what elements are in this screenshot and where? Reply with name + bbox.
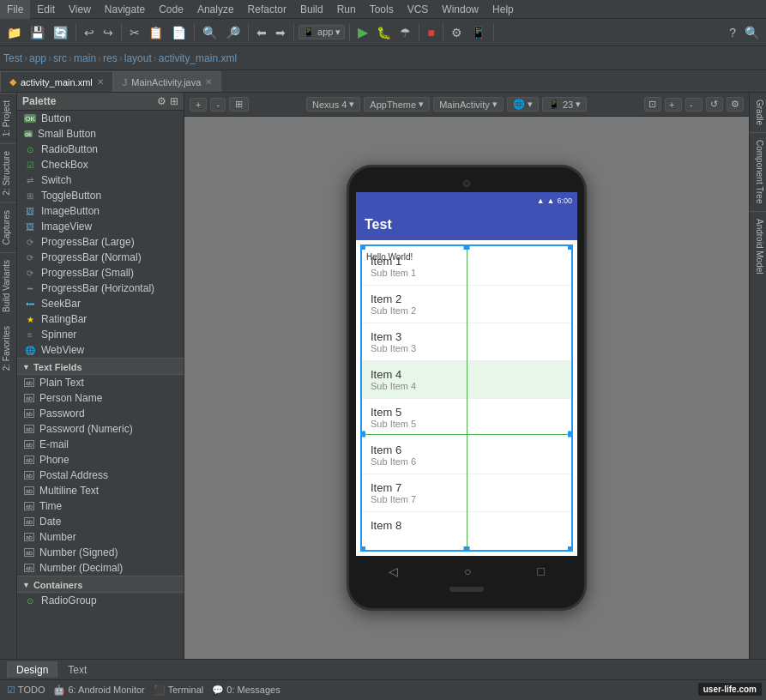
close-icon-java[interactable]: ✕ bbox=[205, 77, 212, 87]
palette-item-radiogroup[interactable]: ⊙ RadioGroup bbox=[17, 593, 184, 608]
menu-edit[interactable]: Edit bbox=[30, 0, 62, 19]
zoom-out-btn[interactable]: - bbox=[685, 98, 703, 112]
device-dropdown[interactable]: Nexus 4 ▾ bbox=[306, 97, 360, 112]
palette-item-progressbar-normal[interactable]: ⟳ ProgressBar (Normal) bbox=[17, 250, 184, 265]
palette-expand-icon[interactable]: ⊞ bbox=[170, 95, 178, 107]
palette-item-webview[interactable]: 🌐 WebView bbox=[17, 342, 184, 358]
toolbar-back[interactable]: ⬅ bbox=[253, 25, 270, 40]
toolbar-run[interactable]: ▶ bbox=[354, 24, 371, 41]
menu-file[interactable]: File bbox=[0, 0, 30, 19]
palette-item-radio[interactable]: ⊙ RadioButton bbox=[17, 142, 184, 157]
menu-run[interactable]: Run bbox=[330, 0, 363, 19]
menu-help[interactable]: Help bbox=[486, 0, 521, 19]
palette-item-time[interactable]: ab Time bbox=[17, 498, 184, 514]
captures-tab[interactable]: Captures bbox=[0, 202, 16, 252]
palette-item-password-numeric[interactable]: ab Password (Numeric) bbox=[17, 421, 184, 437]
list-item-7[interactable]: Item 7 Sub Item 7 bbox=[362, 474, 571, 512]
list-item-6[interactable]: Item 6 Sub Item 6 bbox=[362, 437, 571, 474]
toolbar-stop[interactable]: ■ bbox=[424, 25, 437, 40]
toolbar-forward[interactable]: ➡ bbox=[272, 25, 289, 40]
toolbar-sdk[interactable]: ⚙ bbox=[448, 25, 466, 40]
activity-dropdown[interactable]: MainActivity ▾ bbox=[433, 97, 504, 112]
list-container[interactable]: Item 1 Sub Item 1 Item 2 Sub Item 2 Item… bbox=[360, 244, 573, 552]
gradle-tab[interactable]: Gradle bbox=[750, 93, 766, 133]
tab-text[interactable]: Text bbox=[59, 662, 95, 678]
palette-item-number-signed[interactable]: ab Number (Signed) bbox=[17, 545, 184, 560]
build-variants-tab[interactable]: Build Variants bbox=[0, 252, 16, 319]
breadcrumb-src[interactable]: src bbox=[53, 52, 67, 64]
toolbar-coverage[interactable]: ☂ bbox=[396, 25, 414, 40]
tab-design[interactable]: Design bbox=[7, 661, 57, 678]
toolbar-avd[interactable]: 📱 bbox=[467, 25, 489, 40]
toolbar-find[interactable]: 🔍 bbox=[199, 25, 220, 40]
palette-item-email[interactable]: ab E-mail bbox=[17, 437, 184, 452]
palette-item-progressbar-h[interactable]: ━ ProgressBar (Horizontal) bbox=[17, 281, 184, 296]
toolbar-redo[interactable]: ↪ bbox=[100, 25, 117, 40]
palette-item-progressbar-large[interactable]: ⟳ ProgressBar (Large) bbox=[17, 234, 184, 250]
app-dropdown[interactable]: 📱 app ▾ bbox=[299, 25, 345, 39]
list-item-2[interactable]: Item 2 Sub Item 2 bbox=[362, 286, 571, 323]
toolbar-undo[interactable]: ↩ bbox=[81, 25, 98, 40]
toolbar-copy[interactable]: 📋 bbox=[145, 25, 166, 40]
palette-item-plain-text[interactable]: ab Plain Text bbox=[17, 375, 184, 390]
locale-btn[interactable]: 🌐 ▾ bbox=[507, 97, 539, 112]
toolbar-project-open[interactable]: 📁 bbox=[3, 25, 25, 40]
close-icon[interactable]: ✕ bbox=[97, 77, 104, 87]
structure-tab[interactable]: 2: Structure bbox=[0, 143, 16, 202]
palette-item-progressbar-small[interactable]: ⟳ ProgressBar (Small) bbox=[17, 265, 184, 281]
file-tab-xml[interactable]: ◆ activity_main.xml ✕ bbox=[0, 71, 113, 92]
theme-dropdown[interactable]: AppTheme ▾ bbox=[364, 97, 430, 112]
list-item-8[interactable]: Item 8 bbox=[362, 512, 571, 539]
menu-code[interactable]: Code bbox=[152, 0, 190, 19]
palette-item-switch[interactable]: ⇌ Switch bbox=[17, 172, 184, 188]
file-tab-java[interactable]: J MainActivity.java ✕ bbox=[113, 71, 222, 92]
menu-view[interactable]: View bbox=[62, 0, 98, 19]
breadcrumb-res[interactable]: res bbox=[103, 52, 118, 64]
menu-tools[interactable]: Tools bbox=[363, 0, 401, 19]
toolbar-debug[interactable]: 🐛 bbox=[373, 25, 395, 40]
breadcrumb-test[interactable]: Test bbox=[3, 52, 22, 64]
menu-analyze[interactable]: Analyze bbox=[190, 0, 241, 19]
palette-item-spinner[interactable]: ≡ Spinner bbox=[17, 327, 184, 342]
toolbar-search[interactable]: 🔍 bbox=[741, 25, 763, 40]
todo-btn[interactable]: ☑ TODO bbox=[7, 685, 45, 696]
project-tab[interactable]: 1: Project bbox=[0, 93, 16, 143]
android-monitor-btn[interactable]: 🤖 6: Android Monitor bbox=[53, 685, 144, 696]
palette-settings-icon[interactable]: ⚙ bbox=[157, 95, 166, 107]
api-dropdown[interactable]: 📱 23 ▾ bbox=[542, 97, 587, 112]
zoom-in-btn[interactable]: + bbox=[665, 98, 682, 112]
breadcrumb-file[interactable]: activity_main.xml bbox=[159, 52, 237, 64]
menu-build[interactable]: Build bbox=[293, 0, 330, 19]
list-item-5[interactable]: Item 5 Sub Item 5 bbox=[362, 399, 571, 437]
zoom-normal-btn[interactable]: ⊡ bbox=[644, 97, 661, 112]
breadcrumb-layout[interactable]: layout bbox=[124, 52, 152, 64]
palette-item-number-decimal[interactable]: ab Number (Decimal) bbox=[17, 560, 184, 576]
component-tree-tab[interactable]: Component Tree bbox=[750, 133, 766, 212]
settings-btn[interactable]: ⚙ bbox=[727, 97, 744, 112]
palette-item-imagebutton[interactable]: 🖼 ImageButton bbox=[17, 203, 184, 219]
menu-navigate[interactable]: Navigate bbox=[98, 0, 152, 19]
menu-window[interactable]: Window bbox=[435, 0, 486, 19]
palette-item-button[interactable]: OK Button bbox=[17, 111, 184, 126]
palette-item-imageview[interactable]: 🖼 ImageView bbox=[17, 219, 184, 234]
toolbar-save[interactable]: 💾 bbox=[27, 25, 48, 40]
palette-item-postal[interactable]: ab Postal Address bbox=[17, 468, 184, 483]
breadcrumb-main[interactable]: main bbox=[74, 52, 96, 64]
refresh-btn[interactable]: ↺ bbox=[706, 97, 723, 112]
palette-item-number[interactable]: ab Number bbox=[17, 529, 184, 545]
palette-item-person-name[interactable]: ab Person Name bbox=[17, 390, 184, 406]
menu-refactor[interactable]: Refactor bbox=[241, 0, 293, 19]
home-btn[interactable]: ○ bbox=[464, 564, 471, 578]
messages-btn[interactable]: 💬 0: Messages bbox=[212, 685, 280, 696]
breadcrumb-app[interactable]: app bbox=[29, 52, 46, 64]
toolbar-cut[interactable]: ✂ bbox=[126, 25, 143, 40]
category-containers[interactable]: ▼ Containers bbox=[17, 576, 184, 593]
design-layout-btn[interactable]: ⊞ bbox=[229, 97, 249, 112]
back-btn[interactable]: ◁ bbox=[389, 564, 398, 578]
recents-btn[interactable]: □ bbox=[537, 564, 544, 578]
palette-item-toggle[interactable]: ⊞ ToggleButton bbox=[17, 188, 184, 203]
design-add-btn[interactable]: + bbox=[190, 98, 207, 112]
favorites-tab[interactable]: 2: Favorites bbox=[0, 319, 16, 377]
palette-item-date[interactable]: ab Date bbox=[17, 514, 184, 529]
terminal-btn[interactable]: ⬛ Terminal bbox=[154, 685, 203, 696]
